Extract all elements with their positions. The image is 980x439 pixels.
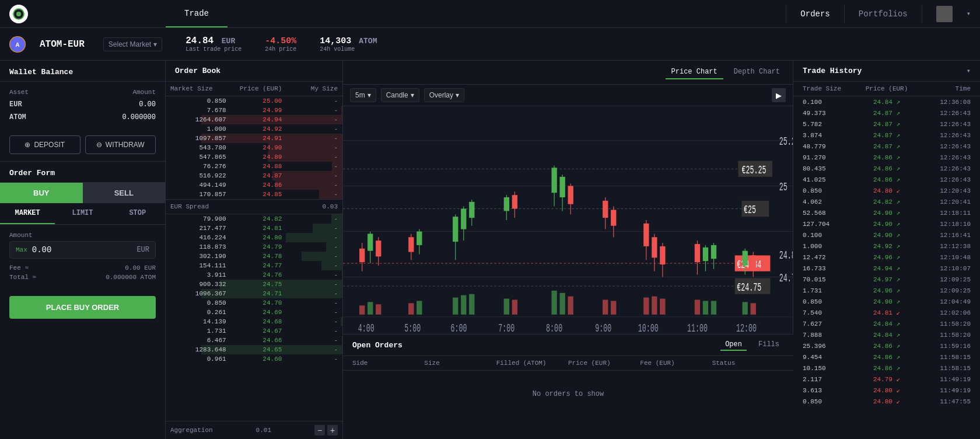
ob-buy-row[interactable]: 416.224 24.80 -	[166, 233, 342, 242]
trade-history-row: 7.627 24.84 ↗ 11:58:20	[793, 318, 980, 329]
trade-history-row: 12.472 24.96 ↗ 12:10:48	[793, 252, 980, 263]
ob-sell-row[interactable]: 494.149 24.86 -	[166, 180, 342, 190]
amount-input-row[interactable]: Max EUR	[9, 241, 156, 259]
ob-buy-row[interactable]: 79.900 24.82 -	[166, 214, 342, 224]
ob-sell-row[interactable]: 543.780 24.90 -	[166, 143, 342, 152]
ob-buy-row[interactable]: 0.961 24.60 -	[166, 354, 342, 364]
trade-history-row: 0.100 24.90 ↗ 12:16:41	[793, 229, 980, 241]
dropdown-arrow-icon[interactable]: ▾	[967, 9, 971, 18]
chevron-down-icon: ▾	[153, 40, 157, 48]
ob-header: Market Size Price (EUR) My Size	[166, 82, 342, 96]
left-sidebar: Wallet Balance Asset Amount EUR 0.00 ATO…	[0, 61, 166, 439]
trade-history-row: 4.062 24.82 ↗ 12:20:41	[793, 196, 980, 207]
ob-buy-row[interactable]: 118.873 24.79 -	[166, 242, 342, 252]
svg-rect-82	[559, 293, 565, 315]
chart-play-button[interactable]: ▶	[772, 88, 786, 102]
svg-text:11:00: 11:00	[687, 322, 708, 334]
chart-header: Price Chart Depth Chart	[343, 61, 793, 85]
buy-orders: 79.900 24.82 - 217.477 24.81 - 416.224 2…	[166, 214, 342, 364]
wallet-header: Asset Amount	[0, 86, 165, 98]
select-market-button[interactable]: Select Market ▾	[103, 37, 162, 51]
ob-buy-row[interactable]: 6.467 24.66 -	[166, 336, 342, 345]
withdraw-button[interactable]: ⊖ WITHDRAW	[85, 135, 156, 154]
chevron-down-icon4: ▾	[456, 91, 459, 99]
buy-button[interactable]: BUY	[0, 183, 83, 203]
tab-price-chart[interactable]: Price Chart	[666, 65, 723, 79]
nav-portfolios[interactable]: Portfolios	[859, 9, 908, 19]
ob-sell-row[interactable]: 1264.607 24.94 -	[166, 115, 342, 124]
ob-buy-row[interactable]: 0.261 24.69 -	[166, 308, 342, 317]
svg-rect-90	[703, 301, 708, 314]
tab-open[interactable]: Open	[720, 339, 747, 351]
svg-text:10:00: 10:00	[638, 322, 659, 334]
ob-sell-row[interactable]: 7.678 24.99 -	[166, 106, 342, 115]
svg-rect-80	[512, 300, 517, 315]
tab-market[interactable]: MARKET	[0, 203, 55, 224]
trade-history-row: 9.454 24.86 ↗ 11:58:15	[793, 351, 980, 363]
oo-empty: No orders to show	[343, 371, 793, 417]
trade-history-row: 7.888 24.84 ↗ 11:58:20	[793, 329, 980, 340]
trade-history-title: Trade History	[803, 67, 962, 75]
svg-rect-78	[469, 294, 474, 315]
deposit-button[interactable]: ⊕ DEPOSIT	[9, 135, 80, 154]
ob-buy-row[interactable]: 302.190 24.78 -	[166, 252, 342, 261]
ob-sell-row[interactable]: 170.857 24.85 -	[166, 190, 342, 199]
ob-sell-row[interactable]: 1097.857 24.91 -	[166, 134, 342, 143]
overlay-dropdown[interactable]: Overlay ▾	[424, 88, 464, 102]
ob-sell-row[interactable]: 1.000 24.92 -	[166, 124, 342, 134]
ob-sell-row[interactable]: 516.922 24.87 -	[166, 171, 342, 180]
svg-rect-38	[461, 209, 466, 229]
nav-orders[interactable]: Orders	[800, 9, 830, 19]
svg-rect-87	[652, 297, 657, 315]
tab-fills[interactable]: Fills	[754, 339, 784, 351]
svg-rect-77	[461, 295, 466, 315]
trade-history-row: 3.613 24.80 ↙ 11:49:19	[793, 385, 980, 396]
svg-rect-89	[695, 300, 700, 315]
total-row: Total ≈ 0.000000 ATOM	[9, 273, 156, 282]
tab-limit[interactable]: LIMIT	[55, 203, 110, 224]
max-link[interactable]: Max	[16, 246, 27, 253]
svg-rect-60	[660, 246, 665, 264]
trade-history-row: 0.100 24.84 ↗ 12:36:08	[793, 96, 980, 107]
ob-buy-row[interactable]: 1096.367 24.71 -	[166, 289, 342, 298]
tab-depth-chart[interactable]: Depth Chart	[728, 65, 786, 79]
logo-area	[0, 5, 166, 23]
amount-input[interactable]	[32, 245, 137, 255]
place-order-button[interactable]: PLACE BUY ORDER	[9, 296, 156, 319]
ob-buy-row[interactable]: 0.850 24.70 -	[166, 298, 342, 308]
ob-buy-row[interactable]: 14.139 24.68 -	[166, 317, 342, 326]
order-book-panel: Order Book Market Size Price (EUR) My Si…	[166, 61, 343, 439]
user-avatar[interactable]	[936, 6, 953, 22]
nav-divider2	[844, 5, 845, 23]
sell-button[interactable]: SELL	[83, 183, 166, 203]
candle-dropdown[interactable]: Candle ▾	[381, 88, 419, 102]
svg-text:€24.75: €24.75	[737, 281, 761, 294]
ob-buy-row[interactable]: 217.477 24.81 -	[166, 224, 342, 233]
agg-minus-button[interactable]: −	[314, 425, 325, 435]
timeframe-dropdown[interactable]: 5m ▾	[350, 88, 376, 102]
svg-rect-86	[643, 298, 649, 315]
trade-history-row: 0.850 24.90 ↗ 12:04:49	[793, 296, 980, 307]
ob-buy-row[interactable]: 1.731 24.67 -	[166, 326, 342, 336]
svg-text:25.25: 25.25	[779, 136, 793, 149]
app-logo[interactable]	[9, 5, 28, 23]
agg-plus-button[interactable]: +	[327, 425, 338, 435]
ob-buy-row[interactable]: 900.332 24.75 -	[166, 280, 342, 289]
ob-buy-row[interactable]: 154.111 24.77 -	[166, 261, 342, 270]
th-header: Trade History ▾	[793, 61, 980, 82]
trade-history-row: 70.015 24.97 ↗ 12:09:25	[793, 274, 980, 285]
volume-label: 24h volume	[320, 46, 377, 53]
nav-divider3	[922, 5, 922, 23]
trade-history-panel: Trade History ▾ Trade Size Price (EUR) T…	[793, 61, 980, 439]
price-change-group: -4.50% 24h price	[265, 36, 296, 53]
ob-sell-row[interactable]: 76.276 24.88 -	[166, 162, 342, 171]
last-price-group: 24.84 EUR Last trade price	[186, 36, 242, 53]
ob-sell-row[interactable]: 0.850 25.00 -	[166, 96, 342, 106]
nav-tab-trade[interactable]: Trade	[166, 0, 228, 27]
ob-buy-row[interactable]: 1283.648 24.65 -	[166, 345, 342, 354]
tab-stop[interactable]: STOP	[110, 203, 165, 224]
ob-sell-row[interactable]: 547.865 24.89 -	[166, 152, 342, 162]
th-chevron-icon[interactable]: ▾	[967, 67, 971, 75]
trade-history-row: 91.270 24.86 ↗ 12:26:43	[793, 152, 980, 163]
ob-buy-row[interactable]: 3.911 24.76 -	[166, 270, 342, 280]
